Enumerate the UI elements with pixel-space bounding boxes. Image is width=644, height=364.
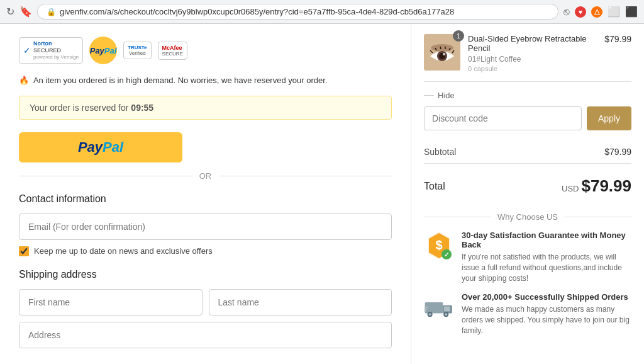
shipping-section: Shipping address — [19, 269, 392, 355]
product-row: 1 Dual-Sided Eyebrow Retractable Pencil … — [424, 34, 631, 82]
extension-icon-orange[interactable]: △ — [591, 6, 602, 18]
demand-notice: 🔥 An item you ordered is in high demand.… — [19, 74, 392, 87]
feature-shipped-desc: We made as much happy customers as many … — [462, 304, 631, 336]
name-row — [19, 289, 392, 316]
last-name-input[interactable] — [209, 289, 392, 316]
checkout-page: ✓ Norton SECURED powered by Verisign Pay… — [0, 24, 644, 364]
extension-icon-red[interactable]: ♥ — [575, 6, 586, 18]
paypal-button-text: PayPal — [78, 139, 123, 156]
or-text: OR — [192, 171, 219, 181]
subtotal-row: Subtotal $79.99 — [424, 140, 631, 164]
hide-line — [424, 95, 434, 96]
feature-money-back-text: 30-day Satisfaction Guarantee with Money… — [462, 230, 631, 283]
total-row: Total USD $79.99 — [424, 170, 631, 202]
reload-button[interactable]: ↻ — [6, 6, 14, 18]
total-label: Total — [424, 181, 445, 192]
newsletter-checkbox[interactable] — [19, 246, 29, 256]
why-choose-us-title: Why Choose US — [491, 212, 564, 222]
mcafee-badge: McAfee SECURE — [158, 42, 187, 60]
trust-badges: ✓ Norton SECURED powered by Verisign Pay… — [19, 37, 392, 64]
url-bar[interactable]: 🔒 givenfiv.com/a/s/checkout/cocltvj6y9bl… — [37, 4, 558, 20]
norton-check-icon: ✓ — [23, 45, 31, 55]
timer-value: 09:55 — [131, 103, 153, 113]
paypal-button[interactable]: PayPal — [19, 132, 182, 162]
shipping-title: Shipping address — [19, 269, 392, 280]
why-line-right — [564, 217, 631, 217]
product-variant: 01#Light Coffee — [468, 55, 597, 64]
feature-shipped-title: Over 20,000+ Successfully Shipped Orders — [462, 292, 631, 302]
left-panel: ✓ Norton SECURED powered by Verisign Pay… — [0, 24, 411, 364]
svg-line-7 — [440, 47, 441, 49]
email-input[interactable] — [19, 213, 392, 240]
url-text: givenfiv.com/a/s/checkout/cocltvj6y9blwp… — [60, 7, 454, 16]
money-back-icon: $ ✓ — [424, 230, 454, 261]
fire-icon: 🔥 — [19, 76, 29, 85]
lock-icon: 🔒 — [47, 8, 56, 16]
address-input[interactable] — [19, 322, 392, 348]
why-line-left — [424, 217, 491, 217]
total-amount: $79.99 — [581, 176, 631, 196]
right-panel: 1 Dual-Sided Eyebrow Retractable Pencil … — [411, 24, 644, 364]
product-price: $79.99 — [604, 34, 631, 44]
svg-point-4 — [443, 53, 445, 55]
norton-badge: ✓ Norton SECURED powered by Verisign — [19, 37, 83, 63]
or-line-right — [219, 176, 392, 176]
truste-badge: TRUSTe Verified — [123, 42, 152, 59]
svg-point-20 — [429, 314, 431, 316]
demand-notice-text: An item you ordered is in high demand. N… — [33, 76, 328, 85]
why-choose-us-divider: Why Choose US — [424, 212, 631, 222]
window-button[interactable]: ⬜ — [608, 6, 620, 18]
hide-label: Hide — [438, 91, 455, 100]
paypal-badge: PayPal — [89, 37, 117, 64]
newsletter-row: Keep me up to date on news and exclusive… — [19, 246, 392, 256]
discount-code-input[interactable] — [424, 106, 582, 130]
discount-row: Apply — [424, 106, 631, 130]
svg-rect-18 — [444, 307, 450, 312]
subtotal-value: $79.99 — [604, 147, 631, 157]
or-divider: OR — [19, 171, 392, 181]
browser-actions: ⎋ ♥ △ ⬜ ⬛ — [564, 6, 638, 18]
extensions-button[interactable]: ⬛ — [625, 6, 638, 18]
browser-chrome: ↻ 🔖 🔒 givenfiv.com/a/s/checkout/cocltvj6… — [0, 0, 644, 24]
svg-rect-16 — [425, 302, 443, 314]
feature-shipped-text: Over 20,000+ Successfully Shipped Orders… — [462, 292, 631, 336]
subtotal-label: Subtotal — [424, 147, 456, 157]
newsletter-label: Keep me up to date on news and exclusive… — [34, 246, 213, 256]
total-value: USD $79.99 — [562, 176, 631, 196]
first-name-input[interactable] — [19, 289, 203, 316]
hide-toggle[interactable]: Hide — [424, 91, 631, 100]
feature-shipped: Over 20,000+ Successfully Shipped Orders… — [424, 292, 631, 336]
timer-label: Your order is reserved for — [30, 103, 128, 113]
svg-text:$: $ — [435, 238, 442, 252]
product-info: Dual-Sided Eyebrow Retractable Pencil 01… — [468, 34, 597, 72]
feature-money-back-title: 30-day Satisfaction Guarantee with Money… — [462, 230, 631, 249]
total-currency: USD — [562, 184, 579, 193]
contact-section: Contact information Keep me up to date o… — [19, 193, 392, 256]
product-quantity-badge: 1 — [453, 30, 464, 42]
svg-point-22 — [445, 314, 447, 316]
feature-money-back: $ ✓ 30-day Satisfaction Guarantee with M… — [424, 230, 631, 283]
contact-title: Contact information — [19, 193, 392, 205]
product-name: Dual-Sided Eyebrow Retractable Pencil — [468, 34, 597, 53]
apply-discount-button[interactable]: Apply — [587, 106, 631, 130]
truck-icon — [424, 292, 454, 322]
product-image-wrap: 1 — [424, 34, 460, 71]
feature-money-back-desc: If you're not satisfied with the product… — [462, 252, 631, 283]
share-button[interactable]: ⎋ — [564, 6, 570, 18]
svg-text:✓: ✓ — [444, 251, 449, 258]
product-qty: 0 capsule — [468, 65, 597, 72]
bookmark-button[interactable]: 🔖 — [19, 6, 32, 18]
timer-box: Your order is reserved for 09:55 — [19, 96, 392, 120]
or-line-left — [19, 176, 192, 176]
